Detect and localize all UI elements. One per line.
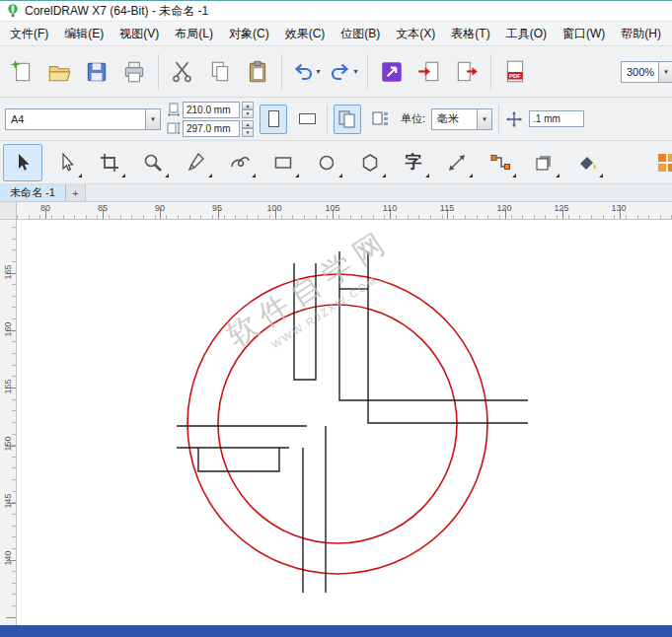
- save-button[interactable]: [79, 51, 114, 93]
- vertical-ruler[interactable]: 165 160 155 150 145 140: [0, 220, 17, 625]
- color-grid-tool[interactable]: [647, 144, 672, 181]
- pen-nib-icon: [186, 152, 207, 174]
- document-tab[interactable]: 未命名 -1: [0, 184, 66, 201]
- separator: [327, 105, 328, 134]
- spin-up-icon[interactable]: ▲: [242, 102, 254, 110]
- menu-item-object[interactable]: 对象(C): [221, 22, 277, 46]
- document-tab-bar: 未命名 -1 +: [0, 184, 672, 202]
- landscape-icon: [299, 113, 316, 124]
- launcher-icon: [379, 59, 405, 85]
- scissors-icon: [170, 59, 195, 85]
- new-tab-button[interactable]: +: [66, 184, 86, 201]
- paste-icon: [245, 59, 270, 85]
- portrait-button[interactable]: [260, 105, 287, 134]
- all-pages-button[interactable]: [334, 105, 361, 134]
- page-width-stepper: ▲ ▼: [242, 102, 254, 118]
- zoom-level-select[interactable]: 300% ▾: [621, 61, 672, 83]
- menu-item-effects[interactable]: 效果(C): [277, 22, 334, 46]
- redo-button[interactable]: ▾: [326, 51, 361, 93]
- h-ruler-label: 85: [98, 203, 108, 213]
- zoom-level-value: 300%: [622, 66, 658, 78]
- ruler-origin[interactable]: [0, 202, 17, 220]
- export-button[interactable]: [449, 51, 485, 93]
- pick-tool[interactable]: [3, 144, 42, 181]
- paste-button[interactable]: [240, 51, 275, 93]
- landscape-button[interactable]: [293, 105, 321, 134]
- units-select[interactable]: 毫米 ▾: [431, 108, 492, 130]
- undo-icon: [291, 60, 315, 84]
- horizontal-ruler[interactable]: 80 85 90 95 100 105 110 115 120 125 130: [17, 202, 672, 220]
- chevron-down-icon[interactable]: ▾: [353, 67, 357, 76]
- app-launcher-button[interactable]: [374, 51, 410, 93]
- copy-button[interactable]: [202, 51, 238, 93]
- menu-item-file[interactable]: 文件(F): [2, 22, 56, 46]
- open-button[interactable]: [41, 51, 77, 93]
- undo-button[interactable]: ▾: [288, 51, 324, 93]
- menu-item-text[interactable]: 文本(X): [388, 22, 443, 46]
- drop-shadow-tool[interactable]: [524, 144, 563, 181]
- spin-down-icon[interactable]: ▼: [242, 128, 254, 137]
- smart-fill-tool[interactable]: [567, 144, 607, 181]
- pages-icon: [337, 109, 357, 129]
- spin-up-icon[interactable]: ▲: [242, 120, 254, 129]
- v-ruler-label: 145: [3, 493, 13, 509]
- artistic-media-tool[interactable]: [220, 144, 260, 181]
- page-width-field[interactable]: 210.0 mm: [183, 102, 240, 118]
- status-bar: [0, 625, 672, 637]
- ellipse-tool[interactable]: [307, 144, 346, 181]
- import-button[interactable]: [411, 51, 447, 93]
- menu-item-help[interactable]: 帮助(H): [613, 22, 669, 46]
- menu-item-layout[interactable]: 布局(L): [167, 22, 221, 46]
- shape-cursor-icon: [55, 152, 77, 174]
- menu-item-bitmaps[interactable]: 位图(B): [333, 22, 388, 46]
- text-tool-icon: 字: [406, 151, 422, 174]
- connector-tool[interactable]: [481, 144, 520, 181]
- new-document-button[interactable]: [4, 51, 39, 93]
- menu-item-edit[interactable]: 编辑(E): [56, 22, 112, 46]
- cut-button[interactable]: [165, 51, 200, 93]
- text-tool[interactable]: 字: [394, 144, 433, 181]
- separator: [367, 54, 368, 90]
- v-ruler-label: 140: [3, 550, 13, 566]
- h-ruler-label: 90: [155, 203, 165, 213]
- page-size-select[interactable]: A4 ▾: [5, 108, 161, 130]
- redo-icon: [329, 60, 352, 84]
- print-icon: [121, 59, 147, 85]
- menu-item-tools[interactable]: 工具(O): [498, 22, 555, 46]
- canvas-drawing: [17, 220, 672, 625]
- import-icon: [416, 59, 442, 85]
- page-height-field[interactable]: 297.0 mm: [183, 120, 240, 137]
- workspace: 80 85 90 95 100 105 110 115 120 125 130 …: [0, 202, 672, 625]
- crop-tool[interactable]: [90, 144, 129, 181]
- page-grid-icon: [371, 109, 391, 129]
- color-grid-icon: [656, 152, 672, 174]
- nudge-field[interactable]: .1 mm: [529, 110, 584, 127]
- menu-item-table[interactable]: 表格(T): [443, 22, 497, 46]
- new-document-icon: [9, 59, 35, 85]
- polygon-tool[interactable]: [350, 144, 390, 181]
- coreldraw-window: CorelDRAW X7 (64-Bit) - 未命名 -1 文件(F) 编辑(…: [0, 0, 672, 637]
- dimension-tool[interactable]: [437, 144, 477, 181]
- nudge-value: .1 mm: [533, 113, 560, 124]
- print-button[interactable]: [116, 51, 152, 93]
- menu-item-window[interactable]: 窗口(W): [555, 22, 613, 46]
- toolbox: 字: [0, 141, 672, 184]
- separator: [158, 54, 159, 90]
- canvas[interactable]: 软件自学网 WWW.RJZXW.COM: [17, 220, 672, 625]
- spin-down-icon[interactable]: ▼: [242, 109, 254, 118]
- h-ruler-label: 95: [212, 203, 222, 213]
- window-title: CorelDRAW X7 (64-Bit) - 未命名 -1: [25, 3, 208, 20]
- menu-item-view[interactable]: 视图(V): [112, 22, 167, 46]
- h-ruler-label: 100: [266, 203, 281, 213]
- zoom-tool[interactable]: [133, 144, 173, 181]
- rectangle-tool[interactable]: [263, 144, 303, 181]
- freehand-tool[interactable]: [177, 144, 216, 181]
- shape-tool[interactable]: [46, 144, 86, 181]
- h-ruler-label: 110: [383, 203, 397, 213]
- publish-pdf-button[interactable]: PDF: [497, 51, 533, 93]
- export-icon: [454, 59, 480, 85]
- v-ruler-label: 165: [3, 264, 13, 280]
- paint-fill-icon: [576, 152, 598, 174]
- chevron-down-icon[interactable]: ▾: [316, 67, 320, 76]
- current-page-button[interactable]: [367, 105, 395, 134]
